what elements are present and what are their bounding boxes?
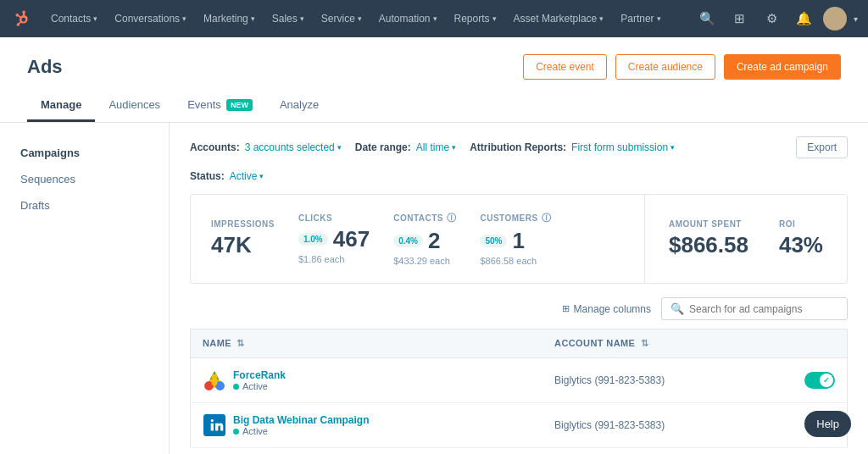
campaign-status: Active bbox=[233, 381, 286, 391]
search-box: 🔍 bbox=[661, 297, 848, 320]
manage-columns-button[interactable]: ⊞ Manage columns bbox=[562, 303, 651, 315]
table-row: Big Data Webinar Campaign Active bbox=[191, 403, 848, 448]
top-navigation: Contacts ▾ Conversations ▾ Marketing ▾ S… bbox=[0, 0, 868, 37]
header-actions: Create event Create audience Create ad c… bbox=[523, 54, 841, 80]
create-audience-button[interactable]: Create audience bbox=[615, 54, 715, 80]
campaign-name[interactable]: ForceRank bbox=[233, 369, 286, 381]
contacts-value: 2 bbox=[428, 228, 440, 254]
stat-amount-spent: AMOUNT SPENT $866.58 bbox=[669, 219, 748, 258]
customers-sub: $866.58 each bbox=[480, 256, 537, 266]
nav-marketing[interactable]: Marketing ▾ bbox=[197, 8, 262, 30]
chevron-down-icon: ▾ bbox=[452, 143, 456, 152]
info-icon: ⓘ bbox=[447, 212, 457, 224]
chevron-down-icon: ▾ bbox=[358, 14, 362, 23]
expand-icon[interactable]: ▾ bbox=[854, 14, 858, 24]
clicks-value: 467 bbox=[333, 226, 370, 252]
stat-roi: ROI 43% bbox=[779, 219, 823, 258]
stats-card: IMPRESSIONS 47K CLICKS 1.0% 467 $1.86 ea… bbox=[190, 194, 848, 284]
sidebar-item-sequences[interactable]: Sequences bbox=[0, 166, 169, 192]
settings-icon[interactable]: ⚙ bbox=[759, 6, 784, 31]
google-ads-icon bbox=[203, 368, 226, 392]
sidebar-item-campaigns[interactable]: Campaigns bbox=[0, 140, 169, 166]
status-filter: Status: Active ▾ bbox=[190, 170, 264, 182]
status-dropdown[interactable]: Active ▾ bbox=[230, 170, 264, 182]
customers-value: 1 bbox=[512, 228, 524, 254]
account-name: Biglytics (991-823-5383) bbox=[554, 374, 665, 386]
nav-contacts[interactable]: Contacts ▾ bbox=[44, 8, 104, 30]
status-filter-row: Status: Active ▾ bbox=[190, 170, 848, 182]
sort-icon: ⇅ bbox=[641, 338, 648, 348]
filter-bar: Accounts: 3 accounts selected ▾ Date ran… bbox=[190, 136, 848, 158]
nav-partner[interactable]: Partner ▾ bbox=[614, 8, 667, 30]
accounts-dropdown[interactable]: 3 accounts selected ▾ bbox=[245, 141, 342, 153]
column-name[interactable]: NAME ⇅ bbox=[191, 329, 543, 358]
chevron-down-icon: ▾ bbox=[492, 14, 497, 23]
campaign-cell: Big Data Webinar Campaign Active bbox=[203, 413, 531, 437]
notifications-icon[interactable]: 🔔 bbox=[791, 6, 816, 31]
status-dot-active bbox=[233, 384, 239, 390]
chevron-down-icon: ▾ bbox=[670, 143, 675, 152]
content-area: Accounts: 3 accounts selected ▾ Date ran… bbox=[170, 123, 868, 454]
tab-events[interactable]: Events NEW bbox=[174, 90, 266, 122]
main-content: Campaigns Sequences Drafts Accounts: 3 a… bbox=[0, 123, 868, 454]
page-header: Ads Create event Create audience Create … bbox=[0, 37, 868, 80]
hubspot-logo[interactable] bbox=[10, 7, 34, 30]
status-dot-active bbox=[233, 429, 239, 435]
nav-conversations[interactable]: Conversations ▾ bbox=[108, 8, 193, 30]
create-event-button[interactable]: Create event bbox=[523, 54, 607, 80]
amount-value: $866.58 bbox=[669, 232, 748, 258]
impressions-value: 47K bbox=[211, 232, 252, 258]
roi-value: 43% bbox=[779, 232, 823, 258]
sidebar-item-drafts[interactable]: Drafts bbox=[0, 192, 169, 219]
search-icon: 🔍 bbox=[670, 302, 684, 315]
stat-customers: CUSTOMERS ⓘ 50% 1 $866.58 each bbox=[480, 212, 551, 266]
linkedin-ads-icon bbox=[203, 413, 226, 437]
account-name: Biglytics (991-823-5383) bbox=[554, 419, 665, 431]
sort-icon: ⇅ bbox=[236, 338, 244, 348]
chevron-down-icon: ▾ bbox=[337, 143, 342, 152]
stat-clicks: CLICKS 1.0% 467 $1.86 each bbox=[298, 213, 370, 264]
campaign-name[interactable]: Big Data Webinar Campaign bbox=[233, 414, 369, 426]
attribution-dropdown[interactable]: First form submission ▾ bbox=[571, 141, 675, 153]
tab-manage[interactable]: Manage bbox=[27, 90, 95, 122]
apps-icon[interactable]: ⊞ bbox=[726, 6, 752, 31]
chevron-down-icon: ▾ bbox=[657, 14, 661, 23]
stats-right: AMOUNT SPENT $866.58 ROI 43% bbox=[645, 195, 847, 283]
tab-audiences[interactable]: Audiences bbox=[95, 90, 174, 122]
create-ad-campaign-button[interactable]: Create ad campaign bbox=[724, 54, 841, 80]
avatar[interactable] bbox=[823, 7, 847, 30]
new-badge: NEW bbox=[226, 99, 253, 111]
chevron-down-icon: ▾ bbox=[251, 14, 255, 23]
toggle-knob: ✓ bbox=[820, 374, 833, 387]
campaign-cell: ForceRank Active bbox=[203, 368, 531, 392]
campaign-info: ForceRank Active bbox=[233, 369, 286, 391]
date-range-filter: Date range: All time ▾ bbox=[355, 141, 456, 153]
tabs-bar: Manage Audiences Events NEW Analyze bbox=[0, 90, 868, 123]
export-button[interactable]: Export bbox=[796, 136, 848, 158]
date-range-label: Date range: bbox=[355, 141, 411, 153]
tab-analyze[interactable]: Analyze bbox=[266, 90, 332, 122]
accounts-filter: Accounts: 3 accounts selected ▾ bbox=[190, 141, 342, 153]
search-input[interactable] bbox=[689, 303, 838, 315]
nav-reports[interactable]: Reports ▾ bbox=[448, 8, 504, 30]
column-account-name[interactable]: ACCOUNT NAME ⇅ bbox=[542, 329, 847, 358]
search-icon[interactable]: 🔍 bbox=[694, 6, 720, 31]
columns-icon: ⊞ bbox=[562, 303, 570, 314]
campaign-toggle[interactable]: ✓ bbox=[804, 372, 835, 389]
nav-service[interactable]: Service ▾ bbox=[314, 8, 369, 30]
sidebar: Campaigns Sequences Drafts bbox=[0, 123, 170, 454]
campaign-status: Active bbox=[233, 426, 369, 436]
help-button[interactable]: Help bbox=[804, 411, 851, 437]
chevron-down-icon: ▾ bbox=[93, 14, 97, 23]
nav-sales[interactable]: Sales ▾ bbox=[265, 8, 311, 30]
nav-asset-marketplace[interactable]: Asset Marketplace ▾ bbox=[507, 8, 611, 30]
nav-automation[interactable]: Automation ▾ bbox=[372, 8, 444, 30]
chevron-down-icon: ▾ bbox=[599, 14, 604, 23]
contacts-sub: $433.29 each bbox=[393, 256, 450, 266]
clicks-badge: 1.0% bbox=[298, 233, 328, 246]
accounts-label: Accounts: bbox=[190, 141, 240, 153]
chevron-down-icon: ▾ bbox=[300, 14, 304, 23]
date-range-dropdown[interactable]: All time ▾ bbox=[416, 141, 456, 153]
chevron-down-icon: ▾ bbox=[433, 14, 437, 23]
stat-impressions: IMPRESSIONS 47K bbox=[211, 219, 275, 258]
